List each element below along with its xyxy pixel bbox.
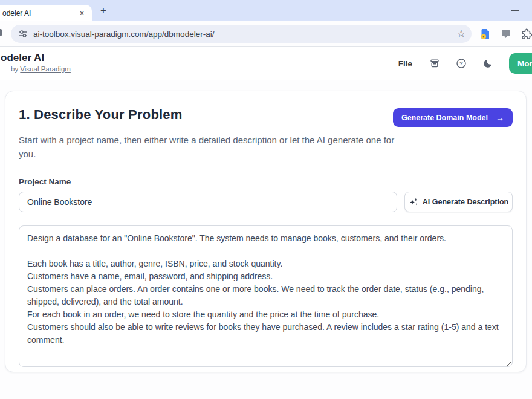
docs-extension-icon[interactable] xyxy=(480,28,491,40)
page-body: 1. Describe Your Problem Generate Domain… xyxy=(0,80,532,399)
project-name-label: Project Name xyxy=(19,177,513,186)
site-settings-icon[interactable] xyxy=(18,29,28,39)
header-actions: File ? More xyxy=(398,47,532,80)
ai-generate-label: AI Generate Description xyxy=(423,198,508,206)
browser-toolbar: ai-toolbox.visual-paradigm.com/app/dbmod… xyxy=(0,21,532,47)
tab-close-icon[interactable]: × xyxy=(77,8,87,18)
gray-extension-icon[interactable] xyxy=(501,29,510,39)
clipped-toolbar-icon xyxy=(0,29,2,36)
project-name-row: AI Generate Description xyxy=(19,192,513,212)
generate-button-label: Generate Domain Model xyxy=(401,114,488,122)
file-menu-button[interactable]: File xyxy=(398,59,412,68)
address-bar[interactable]: ai-toolbox.visual-paradigm.com/app/dbmod… xyxy=(11,25,472,43)
generate-domain-model-button[interactable]: Generate Domain Model → xyxy=(393,108,513,127)
section-subtitle: Start with a project name, then either w… xyxy=(19,134,406,161)
section-title: 1. Describe Your Problem xyxy=(19,107,183,123)
project-name-input[interactable] xyxy=(19,192,397,212)
problem-description-textarea[interactable]: Design a database for an "Online Booksto… xyxy=(19,225,513,367)
url-text[interactable]: ai-toolbox.visual-paradigm.com/app/dbmod… xyxy=(33,30,457,39)
sparkles-icon xyxy=(409,197,418,207)
card-header-row: 1. Describe Your Problem Generate Domain… xyxy=(19,107,513,127)
app-title: odeler AI xyxy=(1,52,44,64)
visual-paradigm-link[interactable]: Visual Paradigm xyxy=(20,65,71,73)
new-tab-button[interactable]: + xyxy=(97,5,109,17)
browser-tab[interactable]: odeler AI × xyxy=(0,5,92,21)
app-byline: by Visual Paradigm xyxy=(11,65,71,73)
byline-prefix: by xyxy=(11,65,20,73)
app-header: odeler AI by Visual Paradigm File ? More xyxy=(0,47,532,80)
browser-tab-strip: odeler AI × + xyxy=(0,0,532,21)
extension-icons xyxy=(476,21,532,47)
extensions-puzzle-icon[interactable] xyxy=(521,28,532,40)
more-button[interactable]: More xyxy=(509,53,532,74)
window-minimize-button[interactable] xyxy=(511,10,519,11)
tab-title: odeler AI xyxy=(2,9,77,18)
bookmark-star-icon[interactable]: ☆ xyxy=(457,29,465,39)
archive-icon[interactable] xyxy=(429,58,440,69)
ai-generate-description-button[interactable]: AI Generate Description xyxy=(404,192,513,212)
dark-mode-moon-icon[interactable] xyxy=(482,58,493,69)
svg-text:?: ? xyxy=(459,60,463,66)
arrow-right-icon: → xyxy=(496,113,504,123)
describe-problem-card: 1. Describe Your Problem Generate Domain… xyxy=(5,91,527,372)
help-icon[interactable]: ? xyxy=(456,58,467,69)
